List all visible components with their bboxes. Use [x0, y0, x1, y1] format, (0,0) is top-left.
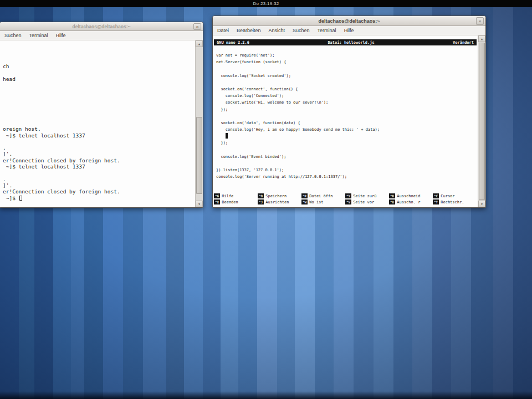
shortcut-key: ^Y	[345, 193, 351, 198]
nano-filename: Datei: helloworld.js	[249, 40, 453, 45]
code-line	[216, 65, 474, 72]
terminal-line: head	[3, 76, 193, 82]
terminal-line: oreign host.	[3, 126, 193, 132]
shortcut-key: ^G	[214, 193, 220, 198]
shortcut-label: Rechtschr.	[441, 200, 464, 204]
shortcut-key: ^X	[214, 200, 220, 204]
shortcut-item: ^O Speichern	[258, 193, 301, 199]
terminal-line	[3, 120, 193, 126]
code-line: var net = require('net');	[216, 52, 474, 59]
code-line: }).listen(1337, '127.0.0.1');	[216, 167, 474, 173]
shortcut-key: ^J	[258, 200, 264, 204]
code-line: console.log('Connected');	[216, 93, 474, 99]
shortcut-label: Datei öffn	[309, 194, 332, 198]
shortcut-item: ^K Ausschneid	[389, 193, 433, 199]
code-line: });	[216, 140, 474, 146]
terminal-line	[3, 70, 193, 76]
menu-item[interactable]: Suchen	[4, 33, 22, 38]
left-menubar: SuchenTerminalHilfe	[0, 31, 203, 40]
terminal-line	[3, 139, 193, 145]
shortcut-item: ^U Ausschn. r	[389, 199, 433, 205]
left-titlebar[interactable]: deltachaos@deltachaos:~ ×	[0, 22, 203, 31]
right-scrollbar[interactable]: ▲ ▼	[478, 35, 485, 207]
code-line	[216, 133, 474, 140]
shortcut-row-1: ^G Hilfe ^O Speichern ^R Datei öffn	[214, 193, 477, 199]
shortcut-row-2: ^X Beenden ^J Ausrichten ^W Wo ist	[214, 199, 477, 205]
shortcut-key: ^U	[389, 200, 395, 204]
terminal-line	[3, 170, 193, 176]
prompt-line: ~]$	[0, 195, 203, 201]
close-icon: ×	[479, 19, 482, 24]
shortcut-item: ^J Ausrichten	[258, 199, 301, 205]
menu-item[interactable]: Hilfe	[344, 28, 354, 33]
left-scroll-thumb[interactable]	[196, 117, 202, 193]
terminal-line: ]'.	[3, 182, 193, 188]
terminal-window-right: deltachaos@deltachaos:~ × DateiBearbeite…	[212, 16, 486, 208]
shortcut-key: ^R	[301, 193, 308, 198]
terminal-line: ~]$ telnet localhost 1337	[3, 132, 193, 139]
terminal-line: er!Connection closed by foreign host.	[3, 188, 193, 195]
shortcut-label: Ausrichten	[265, 200, 289, 204]
scroll-up-button[interactable]: ▲	[478, 35, 485, 42]
scroll-up-icon: ▲	[198, 42, 200, 45]
bottom-shade	[0, 391, 532, 399]
terminal-window-left: deltachaos@deltachaos:~ × SuchenTerminal…	[0, 22, 203, 208]
right-scroll-thumb[interactable]	[479, 43, 485, 200]
shortcut-item: ^G Hilfe	[214, 193, 258, 199]
terminal-line	[3, 95, 193, 101]
scroll-up-icon: ▲	[481, 37, 483, 40]
terminal-line: ch	[3, 63, 193, 69]
menu-item[interactable]: Datei	[217, 28, 229, 33]
shortcut-key: ^K	[389, 193, 395, 198]
menu-item[interactable]: Bearbeiten	[237, 28, 261, 33]
scroll-up-button[interactable]: ▲	[196, 40, 203, 47]
terminal-line	[3, 107, 193, 113]
code-line: socket.on('connect', function() {	[216, 86, 474, 93]
code-line: socket.write('Hi, welcome to our sever!\…	[216, 99, 474, 106]
scroll-down-icon: ▼	[198, 202, 200, 206]
shortcut-key: ^O	[258, 193, 264, 198]
left-close-button[interactable]: ×	[193, 23, 201, 30]
shortcut-label: Cursor	[441, 194, 454, 198]
code-line: net.Server(function (socket) {	[216, 59, 474, 65]
shortcut-key: ^V	[345, 200, 351, 204]
shortcut-key: ^C	[433, 193, 439, 198]
terminal-line	[3, 114, 193, 120]
shortcut-key: ^W	[301, 200, 308, 204]
nano-code-area[interactable]: var net = require('net');net.Server(func…	[213, 45, 485, 181]
menu-item[interactable]: Ansicht	[269, 28, 285, 33]
terminal-line: .	[3, 176, 193, 182]
menu-item[interactable]: Suchen	[293, 28, 310, 33]
menu-item[interactable]: Terminal	[29, 33, 48, 38]
panel-clock[interactable]: Do 23:19:32	[253, 1, 279, 6]
shortcut-item: ^X Beenden	[214, 199, 258, 205]
code-line	[216, 147, 474, 154]
shortcut-label: Beenden	[222, 200, 238, 204]
nano-titlebar: GNU nano 2.2.6 Datei: helloworld.js Verä…	[214, 39, 477, 45]
terminal-line	[3, 82, 193, 88]
terminal-line: ~]$ telnet localhost 1337	[3, 163, 193, 170]
scroll-down-button[interactable]: ▼	[196, 201, 203, 207]
scroll-down-button[interactable]: ▼	[478, 201, 485, 207]
terminal-line: ]'.	[3, 151, 193, 157]
terminal-line	[3, 88, 193, 94]
code-line: console.log('Hey, i am so happy! Somebod…	[216, 126, 474, 133]
left-scrollbar[interactable]: ▲ ▼	[195, 40, 203, 207]
terminal-line: er!Connection closed by foreign host.	[3, 157, 193, 163]
nano-terminal[interactable]: GNU nano 2.2.6 Datei: helloworld.js Verä…	[213, 35, 485, 207]
shortcut-item: ^W Wo ist	[301, 199, 345, 205]
right-titlebar[interactable]: deltachaos@deltachaos:~ ×	[213, 16, 485, 26]
right-close-button[interactable]: ×	[476, 17, 484, 25]
scroll-down-icon: ▼	[481, 202, 483, 206]
shortcut-item: ^R Datei öffn	[301, 193, 345, 199]
menu-item[interactable]: Terminal	[318, 28, 336, 33]
menu-item[interactable]: Hilfe	[56, 33, 66, 38]
code-line	[216, 79, 474, 86]
shortcut-label: Ausschneid	[397, 194, 420, 198]
code-line	[216, 160, 474, 167]
terminal-line: .	[3, 145, 193, 151]
code-line	[216, 113, 474, 120]
left-terminal-output[interactable]: chheadoreign host. ~]$ telnet localhost …	[0, 40, 203, 207]
shortcut-label: Hilfe	[222, 194, 233, 198]
shortcut-label: Wo ist	[309, 200, 323, 204]
